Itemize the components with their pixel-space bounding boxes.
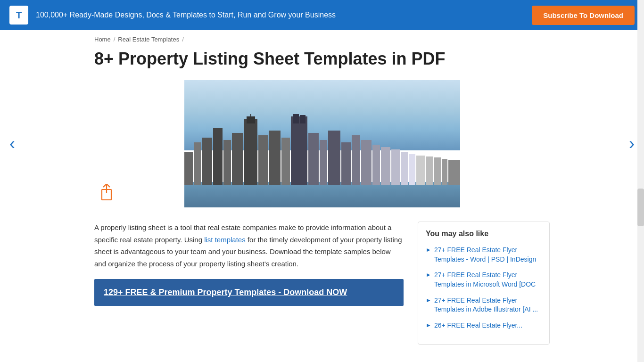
svg-rect-15 [300,115,305,123]
breadcrumb-sep1: / [114,36,116,43]
sidebar-link-item: ► 27+ FREE Real Estate Flyer Templates -… [426,246,542,264]
svg-rect-19 [341,142,351,185]
main-content: A properly listing sheet is a tool that … [94,222,404,345]
scrollbar-thumb[interactable] [637,189,644,226]
cta-banner: 129+ FREE & Premium Property Templates -… [94,279,404,306]
sidebar-link-3[interactable]: 27+ FREE Real Estate Flyer Templates in … [434,296,542,314]
svg-rect-6 [232,133,243,185]
svg-rect-28 [426,156,433,185]
header-left: T 100,000+ Ready-Made Designs, Docs & Te… [9,6,336,25]
main-section: 8+ Property Listing Sheet Templates in P… [0,49,644,69]
sidebar-link-2[interactable]: 27+ FREE Real Estate Flyer Templates in … [434,271,542,289]
svg-rect-12 [281,138,290,185]
sidebar-arrow-2: ► [426,272,431,278]
hero-image-container: ‹ [0,80,644,207]
svg-rect-20 [352,135,360,185]
svg-rect-31 [448,160,460,185]
sidebar-arrow-4: ► [426,322,431,329]
svg-rect-7 [244,119,257,185]
svg-rect-23 [381,147,390,185]
svg-rect-1 [184,152,193,185]
svg-rect-27 [416,156,425,185]
sidebar: You may also like ► 27+ FREE Real Estate… [418,222,550,345]
breadcrumb-category[interactable]: Real Estate Templates [118,36,179,43]
svg-rect-3 [202,138,212,185]
svg-rect-11 [269,131,281,185]
breadcrumb-sep2: / [182,36,184,43]
svg-rect-14 [293,114,299,123]
logo-icon: T [9,6,28,25]
share-icon[interactable] [99,184,114,203]
content-area: A properly listing sheet is a tool that … [0,222,644,345]
svg-rect-10 [258,135,268,185]
svg-rect-24 [391,149,400,185]
sidebar-link-item: ► 26+ FREE Real Estate Flyer... [426,321,542,330]
svg-rect-30 [442,159,447,185]
page-title: 8+ Property Listing Sheet Templates in P… [94,49,550,69]
prev-button[interactable]: ‹ [9,134,15,154]
svg-rect-17 [320,140,327,185]
svg-rect-26 [409,154,415,185]
sidebar-arrow-1: ► [426,247,431,253]
svg-rect-18 [328,131,340,185]
sidebar-box: You may also like ► 27+ FREE Real Estate… [418,222,550,345]
scrollbar[interactable] [637,0,644,362]
header: T 100,000+ Ready-Made Designs, Docs & Te… [0,0,644,30]
svg-rect-2 [194,142,201,185]
description-text: A properly listing sheet is a tool that … [94,222,404,270]
sidebar-link-1[interactable]: 27+ FREE Real Estate Flyer Templates - W… [434,246,542,264]
breadcrumb-home[interactable]: Home [94,36,111,43]
svg-rect-16 [308,133,319,185]
sidebar-link-item: ► 27+ FREE Real Estate Flyer Templates i… [426,296,542,314]
sidebar-title: You may also like [426,230,542,238]
next-button[interactable]: › [629,134,635,154]
sidebar-arrow-3: ► [426,297,431,304]
svg-rect-13 [291,116,307,185]
list-templates-link[interactable]: list templates [204,236,246,244]
header-tagline: 100,000+ Ready-Made Designs, Docs & Temp… [36,11,336,19]
sidebar-link-item: ► 27+ FREE Real Estate Flyer Templates i… [426,271,542,289]
svg-rect-5 [223,140,231,185]
svg-rect-22 [372,145,380,185]
svg-rect-4 [213,128,223,185]
hero-image [184,80,460,207]
subscribe-button[interactable]: Subscribe To Download [532,6,635,25]
breadcrumb: Home / Real Estate Templates / [0,30,644,49]
svg-rect-21 [361,140,372,185]
cta-link[interactable]: 129+ FREE & Premium Property Templates -… [104,288,394,297]
sidebar-link-4[interactable]: 26+ FREE Real Estate Flyer... [434,321,522,330]
svg-rect-25 [401,152,408,185]
svg-rect-29 [434,157,441,185]
